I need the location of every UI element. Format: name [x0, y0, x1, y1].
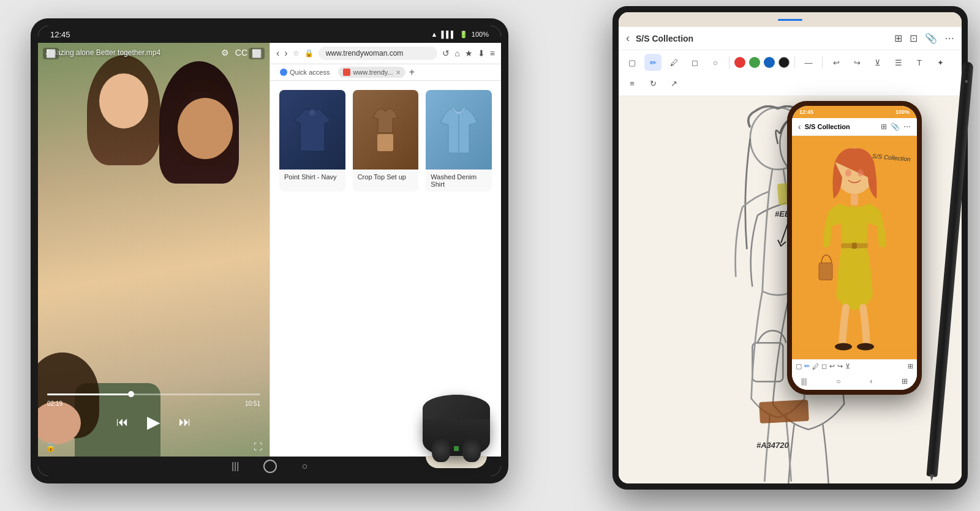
home-icon[interactable]: ⌂ [454, 48, 459, 58]
phone-select-tool[interactable]: ▢ [796, 362, 802, 370]
shirt-denim-svg [437, 105, 480, 154]
svg-rect-17 [852, 243, 857, 249]
phone-undo[interactable]: ↩ [829, 362, 835, 370]
phone-back-gesture[interactable]: ‹ [870, 377, 872, 386]
quick-access-label: Quick access [290, 69, 330, 76]
new-tab-button[interactable]: + [409, 67, 415, 78]
pen-tool[interactable]: ✏ [644, 54, 662, 71]
product-card-brown[interactable]: Crop Top Set up [353, 90, 419, 192]
progress-bar[interactable] [47, 394, 260, 395]
notes-export-icon[interactable]: ⊡ [910, 32, 918, 44]
video-resize-tl[interactable]: ⬜ [43, 48, 59, 59]
led-indicator [454, 446, 459, 451]
format-tool[interactable]: ≡ [624, 75, 641, 92]
phone-eraser[interactable]: ◻ [821, 362, 827, 370]
wifi-icon: ▲ [431, 31, 438, 38]
toolbar-sep-3 [822, 56, 823, 69]
home-button[interactable] [263, 460, 277, 473]
ai-tool[interactable]: ✦ [932, 54, 949, 71]
active-tab[interactable]: www.trendy... ✕ [338, 67, 405, 78]
tablet-status-bar: 12:45 ▲ ▌▌▌ 🔋 100% [38, 26, 501, 43]
phone-more-icon[interactable]: ⋯ [903, 122, 911, 131]
text-tool[interactable]: T [911, 54, 928, 71]
menu-icon[interactable]: ≡ [490, 48, 495, 58]
next-button[interactable]: ⏭ [179, 415, 191, 429]
color-blue[interactable] [764, 57, 775, 68]
tab-close-button[interactable]: ✕ [396, 69, 401, 76]
convert-tool[interactable]: ↻ [644, 75, 662, 92]
notes-layout-icon[interactable]: ⊞ [894, 32, 902, 44]
progress-dot[interactable] [128, 391, 134, 397]
highlighter-tool[interactable]: 🖊 [665, 54, 682, 71]
product-label-brown: Crop Top Set up [353, 170, 419, 184]
cc-label[interactable]: CC [235, 48, 247, 58]
product-label-denim: Washed Denim Shirt [426, 170, 492, 192]
select-tool[interactable]: ▢ [624, 54, 641, 71]
phone-layout-icon[interactable]: ⊞ [881, 122, 887, 131]
back-button[interactable]: ‹ [276, 48, 279, 59]
redo-button[interactable]: ↪ [848, 54, 865, 71]
earbud-right [462, 438, 481, 462]
phone-highlighter[interactable]: 🖊 [812, 363, 819, 370]
color-red[interactable] [734, 57, 745, 68]
phone-header-left: ‹ S/S Collection [798, 122, 850, 132]
undo-button[interactable]: ↩ [827, 54, 845, 71]
phone-app-drawer[interactable]: ⊞ [902, 377, 908, 386]
quick-access-tab[interactable]: Quick access [275, 67, 334, 78]
align-tool[interactable]: ☰ [890, 54, 907, 71]
shirt-navy-svg [291, 105, 334, 154]
shape-tool[interactable]: ○ [707, 54, 724, 71]
recent-apps-icon[interactable]: ||| [232, 461, 239, 472]
phone-pen-tool[interactable]: ✏ [804, 362, 810, 370]
bookmark-icon[interactable]: ☆ [293, 49, 300, 58]
product-image-brown [353, 90, 419, 170]
settings-icon[interactable]: ⚙ [221, 48, 229, 58]
forward-button[interactable]: › [284, 48, 287, 59]
notes-back-button[interactable]: ‹ [626, 32, 630, 45]
notes-more-icon[interactable]: ⋯ [944, 32, 954, 44]
color-black[interactable] [778, 57, 790, 68]
phone-fashion-figure [792, 136, 917, 359]
line-style[interactable]: — [800, 54, 817, 71]
download-icon[interactable]: ⬇ [478, 48, 485, 58]
video-resize-tr[interactable]: ⬜ [249, 48, 265, 59]
eraser-tool[interactable]: ◻ [686, 54, 703, 71]
back-gesture-icon[interactable]: ○ [301, 461, 307, 472]
notes-header-left: ‹ S/S Collection [626, 32, 693, 45]
phone-recent-icon[interactable]: ||| [801, 377, 807, 386]
phone-more-tools[interactable]: ⊞ [908, 362, 913, 370]
expand-icon[interactable]: ⛶ [254, 442, 262, 452]
phone-home-button[interactable]: ○ [836, 377, 840, 386]
toolbar-sep-1 [729, 56, 729, 69]
earbuds-case-body [423, 395, 490, 456]
svg-rect-1 [377, 134, 393, 151]
phone-redo[interactable]: ↪ [837, 362, 843, 370]
notes-status-bar [619, 12, 962, 27]
phone: 12:45 100% ‹ S/S Collection ⊞ 📎 ⋯ [787, 101, 922, 395]
video-panel: Amazing alone Better together.mp4 ⚙ CC ⋯… [38, 43, 270, 457]
play-button[interactable]: ▶ [147, 412, 160, 432]
prev-button[interactable]: ⏮ [116, 415, 129, 429]
lock-icon[interactable]: 🔒 [45, 442, 56, 452]
color-green[interactable] [749, 57, 760, 68]
phone-lasso[interactable]: ⊻ [845, 362, 850, 370]
product-image-denim [426, 90, 492, 170]
tablet-time: 12:45 [50, 30, 70, 39]
lasso-tool[interactable]: ⊻ [869, 54, 886, 71]
earbuds-case-bottom [423, 419, 490, 456]
product-card-denim[interactable]: Washed Denim Shirt [426, 90, 492, 192]
tab-label: www.trendy... [353, 69, 393, 76]
phone-attach-icon[interactable]: 📎 [891, 122, 900, 131]
star-icon[interactable]: ★ [465, 48, 473, 58]
share-tool[interactable]: ↗ [665, 75, 682, 92]
svg-point-12 [845, 170, 851, 177]
reload-icon[interactable]: ↺ [442, 48, 450, 58]
svg-rect-15 [819, 263, 832, 280]
svg-line-8 [769, 170, 772, 192]
signal-icon: ▌▌▌ [441, 31, 455, 38]
color-label-brown: #A34720 [756, 441, 789, 450]
url-bar[interactable] [318, 47, 438, 60]
notes-attach-icon[interactable]: 📎 [925, 32, 937, 44]
product-card-navy[interactable]: Point Shirt - Navy [279, 90, 345, 192]
phone-back-button[interactable]: ‹ [798, 122, 801, 132]
